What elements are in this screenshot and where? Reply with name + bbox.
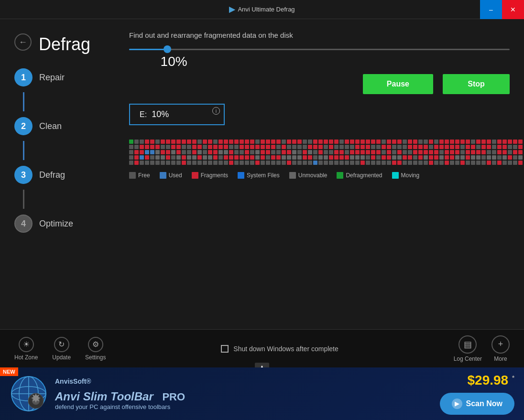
back-button[interactable]: ← bbox=[14, 33, 32, 51]
disk-block bbox=[460, 140, 465, 144]
disk-block bbox=[245, 155, 249, 160]
disk-block bbox=[445, 150, 449, 154]
disk-block bbox=[182, 140, 186, 144]
disk-block bbox=[497, 145, 502, 149]
settings-tool[interactable]: ⚙ Settings bbox=[85, 337, 106, 361]
disk-block bbox=[403, 140, 407, 144]
disk-block bbox=[250, 150, 254, 154]
shutdown-checkbox[interactable] bbox=[221, 345, 229, 353]
disk-block bbox=[150, 140, 154, 144]
disk-block bbox=[292, 140, 296, 144]
disk-block bbox=[360, 150, 365, 154]
disk-block bbox=[129, 155, 133, 160]
disk-block bbox=[282, 161, 286, 165]
disk-block bbox=[224, 145, 228, 149]
minimize-button[interactable]: – bbox=[480, 0, 502, 19]
hot-zone-tool[interactable]: ☀ Hot Zone bbox=[14, 337, 38, 361]
disk-block bbox=[392, 155, 396, 160]
disk-block bbox=[403, 145, 407, 149]
disk-block bbox=[245, 150, 249, 154]
disk-block bbox=[376, 155, 381, 160]
log-center-tool[interactable]: ▤ Log Center bbox=[454, 335, 482, 362]
disk-block bbox=[502, 140, 507, 144]
disk-block bbox=[318, 161, 323, 165]
disk-block bbox=[166, 161, 170, 165]
disk-block bbox=[424, 140, 428, 144]
disk-block bbox=[392, 150, 396, 154]
disk-block bbox=[481, 155, 486, 160]
disk-block bbox=[339, 161, 344, 165]
disk-block bbox=[413, 145, 417, 149]
disk-block bbox=[466, 161, 470, 165]
disk-block bbox=[450, 145, 454, 149]
disk-block bbox=[434, 140, 438, 144]
title-bar-text: ▶ Anvi Ultimate Defrag bbox=[229, 5, 295, 14]
update-tool[interactable]: ↻ Update bbox=[52, 337, 71, 361]
disk-block bbox=[192, 140, 196, 144]
disk-block bbox=[271, 140, 275, 144]
disk-block bbox=[413, 155, 417, 160]
disk-block bbox=[345, 140, 349, 144]
legend-color-defrag bbox=[337, 172, 343, 179]
disk-block bbox=[318, 140, 323, 144]
disk-block bbox=[508, 150, 512, 154]
disk-block bbox=[266, 145, 270, 149]
more-icon: + bbox=[491, 335, 510, 354]
disk-block bbox=[366, 145, 370, 149]
slider-track[interactable] bbox=[129, 49, 510, 50]
close-button[interactable]: ✕ bbox=[502, 0, 524, 19]
disk-block bbox=[329, 145, 333, 149]
disk-block bbox=[134, 155, 139, 160]
shutdown-label: Shut down Windows after complete bbox=[233, 345, 338, 353]
ad-globe-icon bbox=[10, 375, 48, 413]
step-4: 4 Optimize bbox=[14, 209, 115, 238]
disk-block bbox=[134, 145, 139, 149]
disk-block bbox=[224, 161, 228, 165]
disk-block bbox=[397, 155, 402, 160]
pause-button[interactable]: Pause bbox=[363, 74, 433, 94]
disk-block bbox=[229, 145, 233, 149]
disk-block bbox=[161, 140, 165, 144]
stop-button[interactable]: Stop bbox=[443, 74, 510, 94]
disk-block bbox=[460, 150, 465, 154]
more-tool[interactable]: + More bbox=[491, 335, 510, 362]
disk-block bbox=[371, 161, 375, 165]
disk-block bbox=[261, 161, 265, 165]
info-icon[interactable]: i bbox=[212, 107, 220, 115]
disk-block bbox=[266, 150, 270, 154]
disk-block bbox=[240, 155, 244, 160]
disk-block bbox=[140, 155, 144, 160]
disk-block bbox=[492, 150, 496, 154]
disk-block bbox=[450, 150, 454, 154]
disk-block bbox=[471, 155, 475, 160]
disk-block bbox=[371, 155, 375, 160]
disk-block bbox=[445, 140, 449, 144]
step-3-number: 3 bbox=[21, 170, 26, 180]
disk-block bbox=[282, 150, 286, 154]
scan-button[interactable]: ▶ Scan Now bbox=[440, 393, 514, 415]
disk-block bbox=[218, 145, 223, 149]
disk-block bbox=[271, 150, 275, 154]
disk-block bbox=[224, 155, 228, 160]
disk-block bbox=[192, 150, 196, 154]
legend-used: Used bbox=[160, 172, 182, 179]
disk-block bbox=[476, 140, 480, 144]
disk-block bbox=[313, 145, 317, 149]
disk-block bbox=[429, 161, 433, 165]
disk-block bbox=[403, 150, 407, 154]
disk-block bbox=[471, 161, 475, 165]
disk-block bbox=[445, 145, 449, 149]
disk-block bbox=[445, 161, 449, 165]
right-tools: ▤ Log Center + More bbox=[454, 335, 510, 362]
disk-block bbox=[329, 150, 333, 154]
disk-block bbox=[455, 140, 459, 144]
disk-block bbox=[324, 155, 328, 160]
disk-block bbox=[355, 161, 360, 165]
disk-block bbox=[350, 155, 354, 160]
ad-price: $29.98 * bbox=[468, 373, 514, 388]
disk-block bbox=[140, 161, 144, 165]
disk-block bbox=[502, 150, 507, 154]
disk-block bbox=[218, 150, 223, 154]
scan-button-label: Scan Now bbox=[466, 399, 502, 408]
disk-block bbox=[408, 161, 412, 165]
